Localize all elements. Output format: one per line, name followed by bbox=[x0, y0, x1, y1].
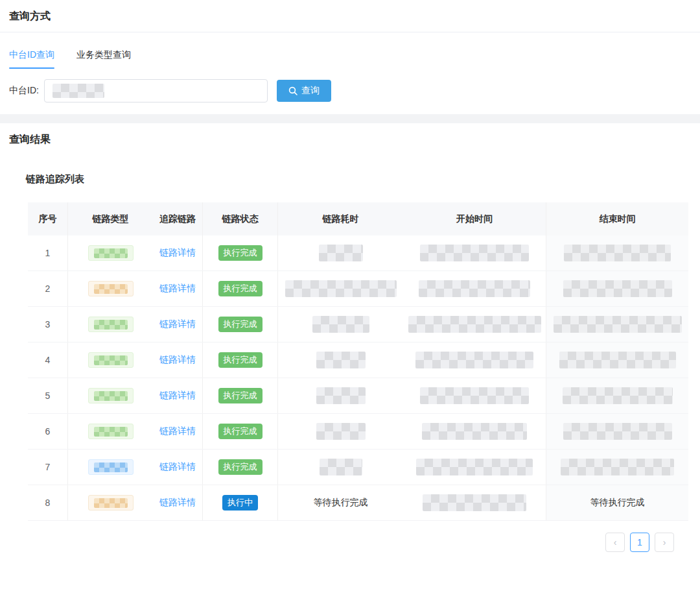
link-status-cell: 执行完成 bbox=[203, 450, 278, 485]
row-index-cell: 8 bbox=[28, 485, 68, 520]
link-detail-link[interactable]: 链路详情 bbox=[159, 461, 196, 473]
link-type-cell bbox=[68, 485, 153, 520]
link-detail-link[interactable]: 链路详情 bbox=[159, 426, 196, 437]
redacted-tag-text bbox=[94, 391, 128, 401]
redacted-value bbox=[422, 423, 527, 440]
table-row: 1链路详情执行完成 bbox=[28, 235, 688, 271]
redacted-tag-text bbox=[94, 284, 128, 294]
trace-link-cell: 链路详情 bbox=[153, 271, 203, 306]
link-type-cell bbox=[68, 378, 153, 413]
link-type-tag bbox=[88, 388, 134, 403]
link-detail-link[interactable]: 链路详情 bbox=[159, 390, 196, 402]
link-type-cell bbox=[68, 343, 153, 378]
table-row: 2链路详情执行完成 bbox=[28, 271, 688, 307]
pagination: ‹ 1 › bbox=[0, 533, 674, 552]
platform-id-label: 中台ID: bbox=[9, 85, 39, 97]
link-type-cell bbox=[68, 414, 153, 449]
trace-table-header: 序号链路类型追踪链路链路状态链路耗时开始时间结束时间 bbox=[28, 202, 688, 235]
link-status-cell: 执行完成 bbox=[203, 307, 278, 342]
redacted-value bbox=[559, 352, 676, 368]
search-button-label: 查询 bbox=[301, 85, 320, 97]
row-index-cell: 5 bbox=[28, 378, 68, 413]
link-detail-link[interactable]: 链路详情 bbox=[159, 319, 196, 330]
query-result-section: 查询结果 链路追踪列表 序号链路类型追踪链路链路状态链路耗时开始时间结束时间 1… bbox=[0, 123, 700, 552]
redacted-value bbox=[561, 459, 674, 475]
status-badge: 执行中 bbox=[222, 495, 258, 511]
redacted-value bbox=[316, 423, 366, 440]
start-time-cell bbox=[403, 271, 546, 306]
link-type-tag bbox=[88, 352, 134, 368]
query-result-title: 查询结果 bbox=[0, 123, 700, 155]
link-type-tag bbox=[88, 317, 134, 332]
start-time-cell bbox=[403, 450, 546, 485]
redacted-value bbox=[285, 280, 397, 297]
pagination-page-1[interactable]: 1 bbox=[630, 533, 649, 552]
pagination-next-button[interactable]: › bbox=[655, 533, 674, 552]
redacted-tag-text bbox=[94, 498, 128, 508]
search-button[interactable]: 查询 bbox=[277, 80, 331, 102]
link-status-cell: 执行中 bbox=[203, 485, 278, 520]
link-status-cell: 执行完成 bbox=[203, 343, 278, 378]
link-type-tag bbox=[88, 281, 134, 296]
status-badge: 执行完成 bbox=[218, 388, 262, 403]
trace-link-cell: 链路详情 bbox=[153, 450, 203, 485]
row-index-cell: 1 bbox=[28, 235, 68, 270]
redacted-tag-text bbox=[94, 355, 128, 365]
tab-platform-id-query[interactable]: 中台ID查询 bbox=[9, 49, 54, 69]
redacted-tag-text bbox=[94, 463, 128, 472]
trace-table: 序号链路类型追踪链路链路状态链路耗时开始时间结束时间 1链路详情执行完成2链路详… bbox=[28, 202, 688, 521]
table-row: 8链路详情执行中等待执行完成等待执行完成 bbox=[28, 485, 688, 521]
link-duration-cell bbox=[278, 343, 403, 378]
link-detail-link[interactable]: 链路详情 bbox=[159, 283, 196, 294]
table-row: 3链路详情执行完成 bbox=[28, 307, 688, 343]
link-type-cell bbox=[68, 450, 153, 485]
trace-table-body: 1链路详情执行完成2链路详情执行完成3链路详情执行完成4链路详情执行完成5链路详… bbox=[28, 235, 688, 521]
end-time-cell bbox=[546, 235, 688, 270]
redacted-value bbox=[420, 245, 529, 261]
status-badge: 执行完成 bbox=[218, 424, 262, 439]
table-row: 5链路详情执行完成 bbox=[28, 378, 688, 414]
status-badge: 执行完成 bbox=[218, 459, 262, 475]
redacted-tag-text bbox=[94, 320, 128, 330]
column-header: 结束时间 bbox=[546, 202, 688, 235]
redacted-value bbox=[312, 316, 369, 333]
tab-business-type-query[interactable]: 业务类型查询 bbox=[76, 49, 131, 69]
link-type-cell bbox=[68, 307, 153, 342]
redacted-value bbox=[563, 387, 673, 404]
link-duration-cell bbox=[278, 271, 403, 306]
status-badge: 执行完成 bbox=[218, 317, 262, 332]
trace-list-title: 链路追踪列表 bbox=[26, 173, 700, 186]
row-index-cell: 7 bbox=[28, 450, 68, 485]
link-detail-link[interactable]: 链路详情 bbox=[159, 354, 196, 366]
end-time-cell bbox=[546, 307, 688, 342]
link-duration-cell bbox=[278, 378, 403, 413]
status-badge: 执行完成 bbox=[218, 352, 262, 368]
link-detail-link[interactable]: 链路详情 bbox=[159, 497, 196, 509]
link-duration-cell bbox=[278, 450, 403, 485]
redacted-value bbox=[419, 280, 530, 297]
redacted-tag-text bbox=[94, 427, 128, 437]
end-time-cell bbox=[546, 450, 688, 485]
column-header: 开始时间 bbox=[403, 202, 546, 235]
link-type-tag bbox=[88, 245, 134, 261]
link-type-cell bbox=[68, 235, 153, 270]
redacted-value bbox=[408, 316, 541, 333]
table-row: 4链路详情执行完成 bbox=[28, 343, 688, 378]
trace-link-cell: 链路详情 bbox=[153, 343, 203, 378]
start-time-cell bbox=[403, 307, 546, 342]
pagination-prev-button[interactable]: ‹ bbox=[605, 533, 625, 552]
section-separator-band bbox=[0, 114, 700, 123]
redacted-value bbox=[563, 423, 672, 440]
column-header: 序号 bbox=[28, 202, 68, 235]
redacted-value bbox=[320, 459, 362, 475]
start-time-cell bbox=[403, 343, 546, 378]
redacted-value bbox=[420, 387, 529, 404]
redacted-value bbox=[415, 352, 533, 368]
query-tabs: 中台ID查询 业务类型查询 bbox=[0, 32, 700, 69]
redacted-value bbox=[416, 459, 533, 475]
redacted-value bbox=[423, 494, 526, 511]
link-detail-link[interactable]: 链路详情 bbox=[159, 247, 196, 259]
redacted-tag-text bbox=[94, 248, 128, 258]
trace-link-cell: 链路详情 bbox=[153, 485, 203, 520]
platform-id-input[interactable] bbox=[44, 79, 268, 102]
